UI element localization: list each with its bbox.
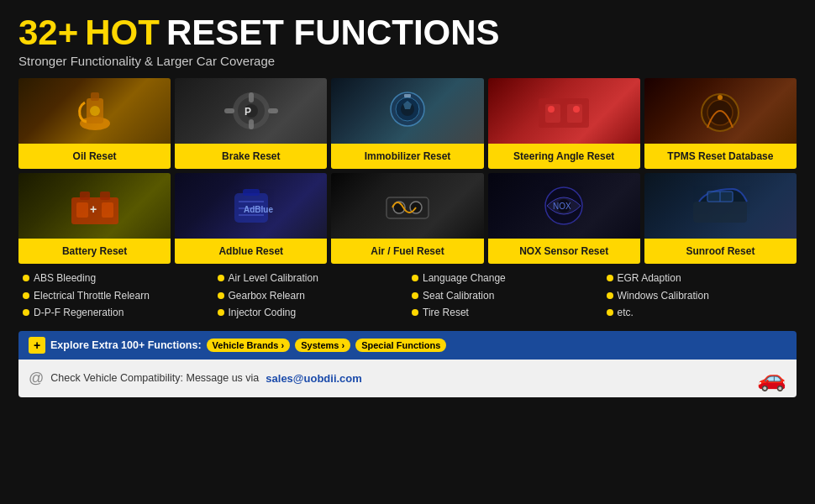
contact-bar: @ Check Vehicle Compatibility: Message u… (18, 360, 797, 397)
feature-text: Seat Calibration (423, 290, 494, 303)
feature-item: Injector Coding (218, 307, 404, 320)
card-label: Air / Fuel Reset (331, 239, 483, 264)
contact-text: Check Vehicle Compatibility: Message us … (50, 372, 259, 384)
feature-text: Gearbox Relearn (229, 290, 305, 303)
svg-text:AdBlue: AdBlue (244, 205, 273, 214)
card-image: AdBlue (175, 173, 327, 239)
feature-text: Air Level Calibration (229, 272, 318, 286)
card-image (644, 173, 797, 239)
svg-rect-26 (100, 192, 110, 200)
feature-item: D-P-F Regeneration (23, 307, 209, 320)
explore-text: Explore Extra 100+ Functions: (50, 339, 202, 351)
feature-text: D-P-F Regeneration (34, 307, 124, 320)
bullet-icon (412, 275, 418, 281)
bullet-icon (23, 292, 29, 299)
svg-point-3 (90, 106, 100, 116)
card-bottom-0[interactable]: + Battery Reset (18, 173, 171, 264)
feature-col-2: Language Change Seat Calibration Tire Re… (408, 272, 602, 324)
feature-text: Injector Coding (229, 307, 297, 320)
feature-item: Seat Calibration (412, 290, 598, 303)
card-image: + (18, 173, 171, 239)
feature-text: Tire Reset (423, 307, 469, 320)
svg-rect-25 (80, 192, 90, 200)
svg-text:NOX: NOX (553, 202, 571, 211)
feature-item: Gearbox Relearn (218, 290, 404, 303)
feature-text: Electrical Throttle Relearn (34, 290, 150, 303)
bullet-icon (23, 275, 29, 281)
svg-rect-8 (249, 119, 254, 129)
subtitle: Stronger Functionality & Larger Car Cove… (18, 54, 797, 68)
title-row: 32+ HOT RESET FUNCTIONS (18, 15, 797, 50)
card-bottom-4[interactable]: Sunroof Reset (644, 173, 797, 264)
card-label: Oil Reset (18, 144, 171, 169)
card-top-3[interactable]: Steering Angle Reset (488, 78, 640, 169)
feature-item: Windows Calibration (607, 290, 793, 303)
feature-item: Tire Reset (412, 307, 598, 320)
feature-col-0: ABS Bleeding Electrical Throttle Relearn… (18, 272, 213, 324)
title-hot: HOT (85, 15, 160, 50)
card-bottom-1[interactable]: AdBlue Adblue Reset (175, 173, 327, 264)
chip-systems[interactable]: Systems › (295, 339, 350, 352)
card-image: NOX (488, 173, 640, 239)
card-image (331, 78, 483, 144)
card-top-0[interactable]: Oil Reset (18, 78, 171, 169)
card-top-1[interactable]: P Brake Reset (175, 78, 327, 169)
bullet-icon (218, 292, 224, 299)
svg-rect-39 (693, 202, 747, 223)
card-label: NOX Sensor Reset (488, 239, 640, 264)
svg-point-23 (718, 95, 723, 100)
card-bottom-3[interactable]: NOX NOX Sensor Reset (488, 173, 640, 264)
title-rest: RESET FUNCTIONS (166, 15, 500, 50)
feature-item: EGR Adaption (607, 272, 793, 286)
bullet-icon (607, 309, 613, 316)
bullet-icon (23, 309, 29, 316)
card-image (331, 173, 483, 239)
svg-rect-15 (404, 94, 411, 97)
card-image (644, 78, 797, 144)
feature-item: etc. (607, 307, 793, 320)
card-bottom-2[interactable]: Air / Fuel Reset (331, 173, 483, 264)
feature-item: Language Change (412, 272, 598, 286)
card-label: Brake Reset (175, 144, 327, 169)
main-container: 32+ HOT RESET FUNCTIONS Stronger Functio… (0, 0, 815, 504)
card-top-4[interactable]: TPMS Reset Database (644, 78, 797, 169)
card-label: Steering Angle Reset (488, 144, 640, 169)
card-label: TPMS Reset Database (644, 144, 797, 169)
bullet-icon (218, 309, 224, 316)
svg-point-20 (573, 106, 580, 113)
card-label: Battery Reset (18, 239, 171, 264)
chip-special[interactable]: Special Functions (355, 339, 446, 352)
feature-text: etc. (618, 307, 634, 320)
card-label: Sunroof Reset (644, 239, 797, 264)
bullet-icon (412, 292, 418, 299)
plus-icon: + (29, 337, 45, 354)
card-image (18, 78, 171, 144)
features-row: ABS Bleeding Electrical Throttle Relearn… (18, 272, 797, 324)
svg-rect-31 (243, 189, 260, 196)
card-label: Immobilizer Reset (331, 144, 483, 169)
svg-text:+: + (90, 202, 97, 216)
svg-rect-2 (91, 92, 99, 101)
card-image (488, 78, 640, 144)
card-image: P (175, 78, 327, 144)
svg-rect-7 (249, 92, 254, 102)
svg-point-19 (548, 106, 555, 113)
at-icon: @ (29, 370, 44, 387)
bullet-icon (412, 309, 418, 316)
svg-point-22 (707, 100, 733, 125)
svg-rect-27 (76, 202, 88, 218)
explore-bar[interactable]: + Explore Extra 100+ Functions: Vehicle … (18, 331, 797, 360)
feature-text: Language Change (423, 272, 506, 286)
feature-col-3: EGR Adaption Windows Calibration etc. (602, 272, 797, 324)
feature-text: ABS Bleeding (34, 272, 96, 286)
contact-email[interactable]: sales@uobdii.com (266, 372, 362, 385)
svg-rect-9 (224, 108, 234, 113)
chip-brands[interactable]: Vehicle Brands › (207, 339, 291, 352)
feature-col-1: Air Level Calibration Gearbox Relearn In… (213, 272, 408, 324)
cards-bottom-grid: + Battery Reset AdBlue Adblue Reset Air … (18, 173, 797, 264)
car-icon: 🚗 (757, 365, 786, 392)
feature-item: Air Level Calibration (218, 272, 404, 286)
feature-item: Electrical Throttle Relearn (23, 290, 209, 303)
title-number: 32+ (18, 15, 78, 50)
card-top-2[interactable]: Immobilizer Reset (331, 78, 483, 169)
